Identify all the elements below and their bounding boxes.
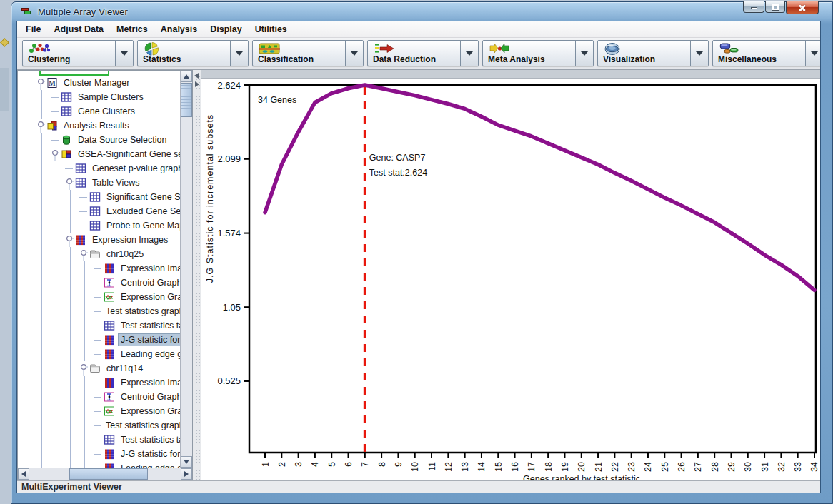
chart-panel: 2.6242.0991.5741.050.5251234567891011121… [201,70,820,480]
tree-item-label: Centroid Graph [119,391,180,403]
tree-item-geneset-p-value-graph[interactable]: Geneset p-value graph [18,161,180,176]
tree-item-label: chr11q14 [104,363,145,374]
scroll-right-button[interactable] [181,468,192,480]
folder-icon [89,248,102,260]
tree-item-test-statistics-table-v[interactable]: Test statistics table v [18,433,180,447]
jg-statistic-series-line [265,85,814,290]
classification-dropdown-arrow[interactable] [345,41,363,66]
data-reduction-button[interactable]: Data Reduction [368,41,460,66]
tree-item-j-g-statistic-for-incre[interactable]: J-G statistic for incre [18,333,180,347]
tree-item-centroid-graph[interactable]: Centroid Graph [18,276,180,290]
app-logo-icon [21,7,33,16]
menu-utilities[interactable]: Utilities [249,22,294,36]
heatmap-icon [104,448,116,460]
menu-metrics[interactable]: Metrics [110,22,154,36]
x-axis-tick-label: 7 [360,462,370,467]
expand-handle-icon[interactable] [64,176,75,190]
geneset-icon [61,148,74,160]
tree-item-label: Cluster Manager [61,77,131,89]
menu-file[interactable]: File [19,22,48,36]
visualization-dropdown-arrow[interactable] [690,41,708,66]
visualization-button[interactable]: Visualization [598,41,690,66]
x-axis-tick-label: 26 [677,462,687,472]
main-content: MCluster ManagerSample ClustersGene Clus… [17,69,820,480]
menu-adjust-data[interactable]: Adjust Data [48,22,110,36]
close-button[interactable] [786,1,819,14]
menu-analysis[interactable]: Analysis [154,22,204,36]
tree-item-sample-clusters[interactable]: Sample Clusters [18,90,180,104]
statistics-button[interactable]: Statistics [138,41,230,66]
tree-item-cluster-manager[interactable]: MCluster Manager [18,76,180,90]
tree-item-table-views[interactable]: Table Views [18,176,180,190]
meta-analysis-dropdown-arrow[interactable] [575,41,593,66]
plot-area[interactable] [249,85,816,453]
expression-graph-icon [104,291,116,303]
tree-connector [92,318,104,333]
tree-connector [49,90,61,104]
title-bar[interactable]: Multiple Array Viewer [16,2,821,21]
tree-item-expression-graph[interactable]: Expression Graph [18,404,180,418]
scroll-down-button[interactable] [181,456,192,468]
heatmap-icon [75,234,88,246]
jg-statistic-chart[interactable]: 2.6242.0991.5741.050.5251234567891011121… [201,70,820,480]
tree-horizontal-scrollbar[interactable] [18,468,192,480]
centroid-graph-icon [104,277,116,288]
collapse-right-icon[interactable] [195,81,199,87]
tree-item-excluded-gene-sets[interactable]: Excluded Gene Sets [18,204,180,218]
clustering-button[interactable]: Clustering [23,41,115,66]
miscellaneous-dropdown-arrow[interactable] [805,41,821,66]
data-reduction-dropdown-arrow[interactable] [460,41,478,66]
tree-item-expression-images[interactable]: Expression Images [18,233,180,247]
tree-vertical-scrollbar[interactable] [180,71,192,468]
tree-item-label: Expression Images [90,234,170,246]
tree-item-data-source-selection[interactable]: Data Source Selection [18,133,180,147]
tree-item-test-statistics-graph[interactable]: Test statistics graph [18,304,180,318]
chevron-down-icon [811,51,818,56]
tree-item-leading-edge-genes[interactable]: Leading edge genes [18,461,180,468]
collapse-left-icon[interactable] [194,73,199,79]
scroll-left-button[interactable] [18,468,29,480]
tree-item-centroid-graph[interactable]: Centroid Graph [18,390,180,404]
expand-handle-icon[interactable] [35,119,46,133]
toolbar-group-data-reduction: Data Reduction [367,40,479,66]
tree-item-gene-clusters[interactable]: Gene Clusters [18,104,180,119]
expand-handle-icon[interactable] [78,247,89,261]
tree-item-analysis-results[interactable]: Analysis Results [18,119,180,133]
toolbar-group-visualization: Visualization [597,40,709,66]
x-axis-tick-label: 5 [327,462,337,467]
x-axis-tick-label: 17 [527,462,537,472]
tree-item-gsea-significant-gene-sets-1[interactable]: GSEA-Significant Gene sets (1) [18,147,180,161]
tree-item-chr10q25[interactable]: chr10q25 [18,247,180,261]
tree-root-node-partial[interactable] [39,71,109,76]
tree-item-label: Probe to Gene Mapping [104,220,180,231]
tree-connector [92,290,104,304]
classification-button[interactable]: Classification [253,41,345,66]
data-reduction-label: Data Reduction [373,54,436,64]
tree-item-j-g-statistic-for-incre[interactable]: J-G statistic for incre [18,447,180,461]
expand-handle-icon[interactable] [78,361,89,376]
vertical-scroll-thumb[interactable] [181,83,192,117]
tree-item-probe-to-gene-mapping[interactable]: Probe to Gene Mapping [18,218,180,233]
minimize-button[interactable] [743,1,764,13]
menu-display[interactable]: Display [204,22,248,36]
clustering-dropdown-arrow[interactable] [115,41,133,66]
statistics-dropdown-arrow[interactable] [230,41,248,66]
tree-item-test-statistics-table-v[interactable]: Test statistics table v [18,318,180,333]
expand-handle-icon[interactable] [49,147,61,161]
expand-handle-icon[interactable] [35,76,46,90]
maximize-button[interactable] [765,1,785,13]
tree-item-expression-image[interactable]: Expression Image [18,261,180,276]
tree-item-expression-graph[interactable]: Expression Graph [18,290,180,304]
tree-item-expression-image[interactable]: Expression Image [18,376,180,390]
tree-item-test-statistics-graph[interactable]: Test statistics graph [18,418,180,433]
scroll-up-button[interactable] [181,71,192,82]
meta-analysis-button[interactable]: Meta Analysis [483,41,575,66]
horizontal-scroll-thumb[interactable] [69,468,148,480]
tree-item-chr11q14[interactable]: chr11q14 [18,361,180,376]
tree-item-leading-edge-genes[interactable]: Leading edge genes [18,347,180,361]
expand-handle-icon[interactable] [64,233,75,247]
split-divider[interactable] [193,70,201,480]
tree-connector [92,433,104,447]
tree-item-significant-gene-sets[interactable]: Significant Gene Sets [18,190,180,204]
miscellaneous-button[interactable]: Miscellaneous [713,41,805,66]
